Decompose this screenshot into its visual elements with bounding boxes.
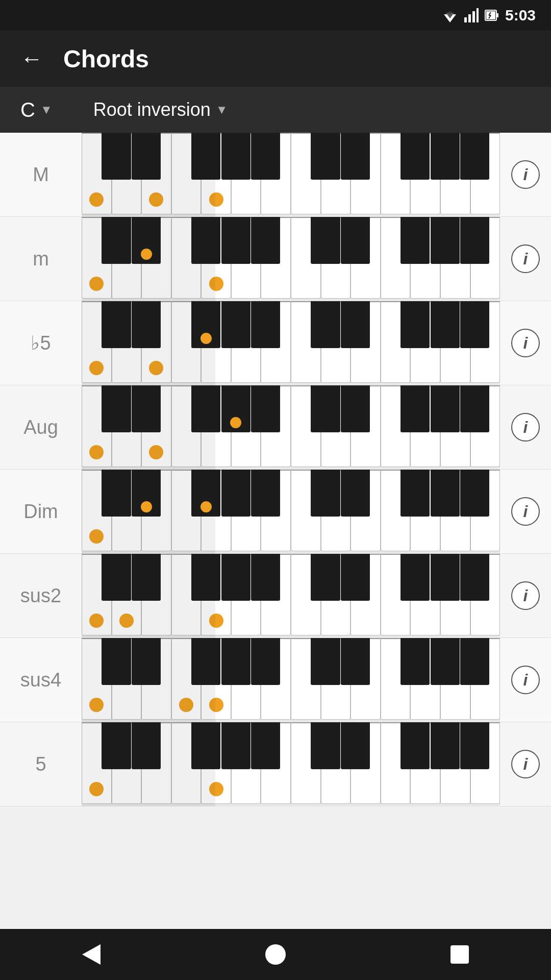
- black-key-13[interactable]: [311, 133, 340, 180]
- black-key-8[interactable]: [221, 301, 251, 349]
- black-key-13[interactable]: [311, 301, 340, 349]
- black-key-18[interactable]: [400, 722, 430, 770]
- back-button[interactable]: ←: [15, 41, 48, 77]
- black-key-1[interactable]: [102, 385, 131, 433]
- black-key-1[interactable]: [102, 554, 131, 601]
- black-key-10[interactable]: [251, 217, 280, 264]
- info-btn-Aug[interactable]: i: [500, 413, 551, 442]
- info-circle-5[interactable]: i: [511, 750, 540, 778]
- black-key-18[interactable]: [400, 470, 430, 517]
- black-key-1[interactable]: [102, 301, 131, 349]
- black-key-1[interactable]: [102, 217, 131, 264]
- black-key-10[interactable]: [251, 554, 280, 601]
- black-key-10[interactable]: [251, 638, 280, 685]
- black-key-20[interactable]: [431, 217, 460, 264]
- info-circle-Dim[interactable]: i: [511, 497, 540, 526]
- black-key-10[interactable]: [251, 722, 280, 770]
- black-key-3[interactable]: [132, 385, 161, 433]
- black-key-22[interactable]: [460, 217, 489, 264]
- black-key-3[interactable]: [132, 217, 161, 264]
- black-key-10[interactable]: [251, 470, 280, 517]
- piano-sus4[interactable]: [82, 638, 500, 722]
- info-circle-M[interactable]: i: [511, 160, 540, 189]
- black-key-8[interactable]: [221, 722, 251, 770]
- info-btn-sus4[interactable]: i: [500, 666, 551, 694]
- black-key-22[interactable]: [460, 470, 489, 517]
- black-key-3[interactable]: [132, 554, 161, 601]
- black-key-18[interactable]: [400, 301, 430, 349]
- black-key-10[interactable]: [251, 385, 280, 433]
- black-key-6[interactable]: [191, 301, 220, 349]
- black-key-22[interactable]: [460, 722, 489, 770]
- info-btn-sus2[interactable]: i: [500, 581, 551, 610]
- black-key-6[interactable]: [191, 722, 220, 770]
- black-key-15[interactable]: [341, 638, 370, 685]
- info-btn-5[interactable]: i: [500, 750, 551, 778]
- black-key-18[interactable]: [400, 554, 430, 601]
- black-key-13[interactable]: [311, 722, 340, 770]
- black-key-13[interactable]: [311, 385, 340, 433]
- black-key-8[interactable]: [221, 470, 251, 517]
- black-key-8[interactable]: [221, 385, 251, 433]
- black-key-13[interactable]: [311, 554, 340, 601]
- black-key-20[interactable]: [431, 722, 460, 770]
- black-key-20[interactable]: [431, 133, 460, 180]
- info-circle-m[interactable]: i: [511, 244, 540, 273]
- piano-b5[interactable]: [82, 301, 500, 385]
- black-key-8[interactable]: [221, 554, 251, 601]
- black-key-15[interactable]: [341, 301, 370, 349]
- info-btn-b5[interactable]: i: [500, 329, 551, 357]
- black-key-1[interactable]: [102, 470, 131, 517]
- black-key-10[interactable]: [251, 133, 280, 180]
- black-key-8[interactable]: [221, 638, 251, 685]
- piano-sus2[interactable]: [82, 554, 500, 638]
- black-key-20[interactable]: [431, 385, 460, 433]
- black-key-22[interactable]: [460, 301, 489, 349]
- nav-recent-button[interactable]: [450, 945, 469, 964]
- black-key-20[interactable]: [431, 554, 460, 601]
- info-circle-sus2[interactable]: i: [511, 581, 540, 610]
- black-key-13[interactable]: [311, 470, 340, 517]
- piano-5[interactable]: [82, 722, 500, 806]
- info-circle-Aug[interactable]: i: [511, 413, 540, 442]
- black-key-13[interactable]: [311, 638, 340, 685]
- black-key-18[interactable]: [400, 133, 430, 180]
- black-key-6[interactable]: [191, 385, 220, 433]
- black-key-22[interactable]: [460, 133, 489, 180]
- black-key-1[interactable]: [102, 133, 131, 180]
- black-key-3[interactable]: [132, 638, 161, 685]
- black-key-22[interactable]: [460, 554, 489, 601]
- info-circle-b5[interactable]: i: [511, 329, 540, 357]
- piano-Aug[interactable]: [82, 385, 500, 470]
- black-key-3[interactable]: [132, 133, 161, 180]
- black-key-10[interactable]: [251, 301, 280, 349]
- black-key-8[interactable]: [221, 217, 251, 264]
- black-key-22[interactable]: [460, 385, 489, 433]
- piano-M[interactable]: [82, 133, 500, 217]
- black-key-20[interactable]: [431, 638, 460, 685]
- black-key-6[interactable]: [191, 554, 220, 601]
- black-key-6[interactable]: [191, 133, 220, 180]
- black-key-3[interactable]: [132, 722, 161, 770]
- black-key-13[interactable]: [311, 217, 340, 264]
- black-key-20[interactable]: [431, 301, 460, 349]
- black-key-18[interactable]: [400, 638, 430, 685]
- black-key-22[interactable]: [460, 638, 489, 685]
- black-key-1[interactable]: [102, 722, 131, 770]
- inversion-dropdown[interactable]: Root inversion ▼: [93, 99, 228, 120]
- black-key-18[interactable]: [400, 385, 430, 433]
- black-key-15[interactable]: [341, 385, 370, 433]
- black-key-1[interactable]: [102, 638, 131, 685]
- nav-home-button[interactable]: [265, 944, 286, 965]
- black-key-15[interactable]: [341, 470, 370, 517]
- black-key-6[interactable]: [191, 217, 220, 264]
- black-key-8[interactable]: [221, 133, 251, 180]
- piano-Dim[interactable]: [82, 470, 500, 554]
- info-btn-M[interactable]: i: [500, 160, 551, 189]
- black-key-15[interactable]: [341, 722, 370, 770]
- piano-m[interactable]: [82, 217, 500, 301]
- black-key-15[interactable]: [341, 554, 370, 601]
- info-circle-sus4[interactable]: i: [511, 666, 540, 694]
- black-key-15[interactable]: [341, 217, 370, 264]
- black-key-3[interactable]: [132, 301, 161, 349]
